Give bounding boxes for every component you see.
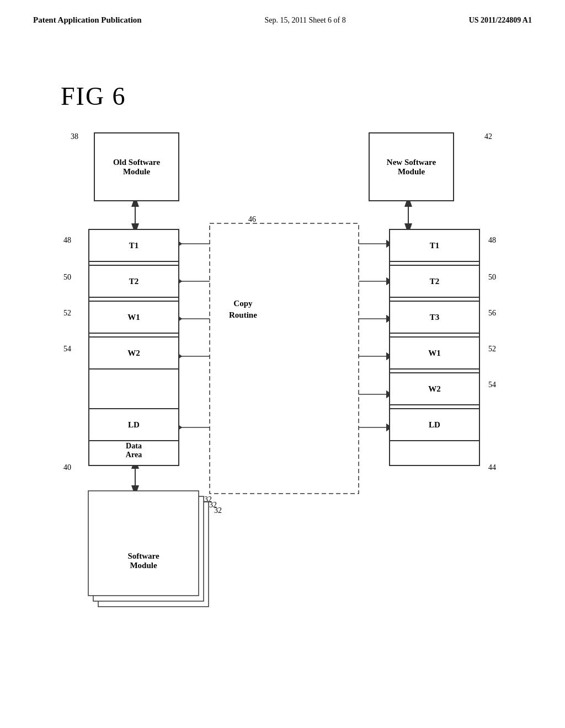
old-t1-cell: T1 bbox=[88, 229, 179, 262]
ref-40: 40 bbox=[63, 463, 71, 472]
copy-routine-label: CopyRoutine bbox=[229, 298, 257, 321]
ref-32c: 32 bbox=[214, 506, 222, 515]
ref-46: 46 bbox=[248, 215, 256, 224]
ref-52-right: 52 bbox=[488, 345, 496, 354]
svg-rect-6 bbox=[210, 223, 359, 494]
new-ld-cell: LD bbox=[389, 408, 480, 441]
new-t3-cell: T3 bbox=[389, 301, 480, 334]
new-w1-cell: W1 bbox=[389, 336, 480, 370]
header-center: Sep. 15, 2011 Sheet 6 of 8 bbox=[265, 16, 346, 25]
old-software-module-box: Old SoftwareModule bbox=[94, 132, 179, 201]
old-ld-cell: LD bbox=[88, 408, 179, 441]
ref-38: 38 bbox=[71, 132, 78, 141]
old-software-module-label: Old SoftwareModule bbox=[113, 158, 160, 176]
svg-rect-20 bbox=[93, 496, 204, 601]
ref-50-left: 50 bbox=[63, 273, 71, 282]
new-software-module-label: New SoftwareModule bbox=[387, 158, 436, 176]
ref-48-left: 48 bbox=[63, 236, 71, 245]
ref-52-left: 52 bbox=[63, 309, 71, 318]
header: Patent Application Publication Sep. 15, … bbox=[0, 0, 565, 25]
page: Patent Application Publication Sep. 15, … bbox=[0, 0, 565, 728]
old-w1-cell: W1 bbox=[88, 301, 179, 334]
svg-rect-21 bbox=[88, 491, 199, 596]
ref-48-right: 48 bbox=[488, 236, 496, 245]
ref-54-right: 54 bbox=[488, 381, 496, 389]
header-left: Patent Application Publication bbox=[33, 15, 142, 25]
new-t1-cell: T1 bbox=[389, 229, 480, 262]
new-software-module-box: New SoftwareModule bbox=[369, 132, 454, 201]
ref-50-right: 50 bbox=[488, 273, 496, 282]
old-w2-cell: W2 bbox=[88, 336, 179, 370]
diagram: Old SoftwareModule New SoftwareModule Ol… bbox=[33, 99, 541, 695]
ref-44: 44 bbox=[488, 463, 496, 472]
ref-56: 56 bbox=[488, 309, 496, 318]
ref-54-left: 54 bbox=[63, 345, 71, 354]
new-t2-cell: T2 bbox=[389, 265, 480, 298]
software-module-label: SoftwareModule bbox=[99, 552, 188, 570]
ref-42: 42 bbox=[484, 132, 492, 141]
header-right: US 2011/224809 A1 bbox=[469, 16, 532, 25]
old-t2-cell: T2 bbox=[88, 265, 179, 298]
new-w2-cell: W2 bbox=[389, 372, 480, 405]
